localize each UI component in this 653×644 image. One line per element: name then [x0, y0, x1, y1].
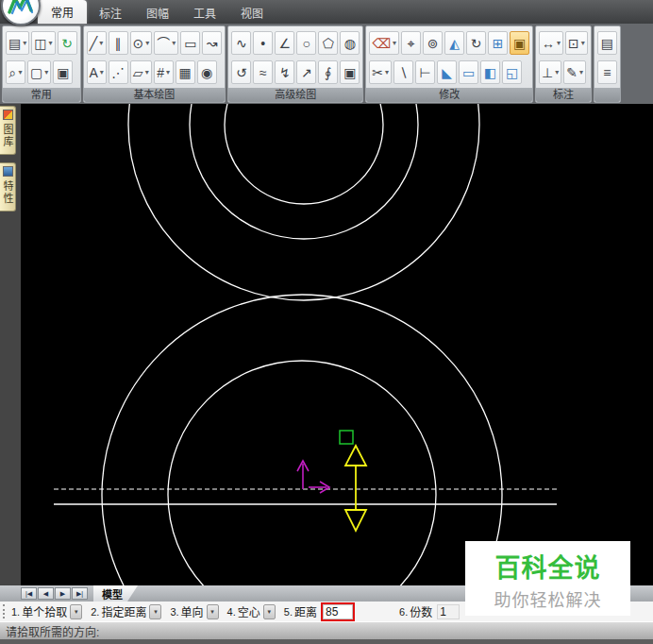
app-logo-icon[interactable] [1, 0, 41, 25]
move-icon: ⌖ [408, 37, 415, 50]
corner-edit-button[interactable]: ◱ [502, 60, 522, 84]
chevron-down-icon[interactable]: ▾ [581, 39, 585, 47]
region-button[interactable]: ◉ [197, 60, 217, 84]
chevron-down-icon[interactable]: ▾ [44, 68, 48, 76]
zoom-button[interactable]: ⌕▾ [6, 60, 25, 84]
option-direction-mode: 3. 单向 ▾ [170, 603, 218, 619]
line-button[interactable]: ╱▾ [87, 31, 107, 55]
stretch-button[interactable]: ▭ [459, 60, 478, 84]
new-document-button[interactable]: ▤▾ [6, 31, 29, 55]
paste-button[interactable]: ◫▾ [31, 31, 55, 55]
text-button[interactable]: A▾ [87, 60, 107, 84]
move-button[interactable]: ⌖ [401, 31, 421, 55]
round-rectangle-button[interactable]: ▱▾ [130, 60, 152, 84]
arrow-button[interactable]: ↗ [296, 60, 316, 84]
display-window-button[interactable]: ▣ [53, 60, 73, 84]
chevron-down-icon[interactable]: ▾ [99, 39, 103, 47]
rotate-button[interactable]: ↻ [466, 31, 486, 55]
tab-sheet[interactable]: 图幅 [134, 2, 181, 24]
tolerance-dimension-button[interactable]: ⊡▾ [565, 31, 588, 55]
chevron-down-icon[interactable]: ▾ [263, 604, 276, 619]
hatch-button[interactable]: ▦ [176, 60, 195, 84]
page-preview-button[interactable]: ▢▾ [27, 60, 51, 84]
first-sheet-button[interactable]: |◀ [21, 587, 37, 600]
toolbar-drag-handle[interactable] [3, 604, 7, 619]
trim-button[interactable]: ✂▾ [369, 60, 392, 84]
offset-button[interactable]: ▣ [510, 31, 529, 55]
chevron-down-icon[interactable]: ▾ [166, 68, 170, 76]
group-label-dimension: 标注 [536, 88, 591, 102]
chevron-down-icon[interactable]: ▾ [145, 68, 149, 76]
tab-dimension[interactable]: 标注 [87, 2, 134, 24]
tab-tools[interactable]: 工具 [181, 2, 228, 24]
ribbon-group-modify: ⌫▾ ⌖ ⊚ ◭ ↻ ⊞ ▣ ✂▾ ∖ ⊢ ◣ ▭ ◧ ◱ 修改 [365, 25, 533, 103]
wave-line-button[interactable]: ≈ [253, 60, 273, 84]
group-label-modify: 修改 [366, 88, 532, 102]
tab-view[interactable]: 视图 [228, 2, 276, 24]
angle-bisector-button[interactable]: ∠ [275, 31, 294, 55]
parallel-line-button[interactable]: ∥ [109, 31, 128, 55]
arc-button[interactable]: ⌒▾ [154, 31, 178, 55]
option-hollow-mode-label[interactable]: 空心 [238, 603, 260, 619]
erase-button[interactable]: ⌫▾ [369, 31, 399, 55]
break-line-button[interactable]: ↯ [275, 60, 294, 84]
point-button[interactable]: • [253, 31, 273, 55]
distance-input[interactable]: 85 [323, 604, 353, 619]
chevron-down-icon[interactable]: ▾ [393, 39, 396, 47]
linear-dimension-button[interactable]: ↔▾ [539, 31, 563, 55]
direction-double-arrow[interactable] [345, 446, 366, 531]
layer-lines-button[interactable]: ≡ [597, 60, 617, 84]
divide-point-button[interactable]: ⋰ [109, 60, 128, 84]
last-sheet-button[interactable]: ▶| [72, 587, 88, 600]
option-direction-mode-label[interactable]: 单向 [181, 603, 204, 619]
bom-table-button[interactable]: ▤ [597, 31, 617, 55]
sidebar-tab-library[interactable]: 图库 [0, 106, 16, 155]
spline-button[interactable]: ∿ [231, 31, 251, 55]
chevron-down-icon[interactable]: ▾ [557, 39, 561, 47]
next-sheet-button[interactable]: ▶ [55, 587, 71, 600]
explode-button[interactable]: ◧ [480, 60, 500, 84]
polyline-button[interactable]: ↝ [202, 31, 222, 55]
break-button[interactable]: ∖ [393, 60, 413, 84]
polygon-button[interactable]: ⬠ [318, 31, 338, 55]
count-input[interactable]: 1 [437, 604, 460, 619]
chevron-down-icon[interactable]: ▾ [70, 604, 82, 619]
tab-common[interactable]: 常用 [38, 0, 87, 24]
mirror-button[interactable]: ◭ [444, 31, 464, 55]
solid-button[interactable]: ▣ [340, 60, 360, 84]
revolve-button[interactable]: ↺ [231, 60, 251, 84]
option-distance-mode-label[interactable]: 指定距离 [101, 603, 146, 619]
model-sheet-tab[interactable]: 模型 [93, 585, 138, 602]
block-button[interactable]: #▾ [154, 60, 174, 84]
contour-button[interactable]: ∮ [318, 60, 338, 84]
rectangle-button[interactable]: ▭ [180, 31, 200, 55]
datum-dimension-button[interactable]: ⊥▾ [539, 60, 561, 84]
chevron-down-icon[interactable]: ▾ [555, 68, 559, 76]
extend-icon: ⊢ [419, 66, 430, 79]
polygon-icon: ⬠ [323, 37, 334, 50]
circle-button[interactable]: ⊙▾ [130, 31, 153, 55]
copy-button[interactable]: ⊚ [423, 31, 443, 55]
ellipse-button[interactable]: ○ [296, 31, 316, 55]
chevron-down-icon[interactable]: ▾ [145, 39, 149, 47]
chevron-down-icon[interactable]: ▾ [23, 39, 26, 47]
sidebar-tab-properties[interactable]: 特性 [0, 162, 16, 212]
extend-button[interactable]: ⊢ [415, 60, 435, 84]
chevron-down-icon[interactable]: ▾ [172, 39, 176, 47]
pick-square-cursor [340, 431, 353, 444]
chevron-down-icon[interactable]: ▾ [18, 68, 22, 76]
drawing-canvas[interactable] [21, 104, 653, 585]
option-pick-mode-label[interactable]: 单个拾取 [22, 603, 67, 619]
edit-dimension-button[interactable]: ✎▾ [563, 60, 586, 84]
chevron-down-icon[interactable]: ▾ [385, 68, 389, 76]
prev-sheet-button[interactable]: ◀ [38, 587, 54, 600]
chevron-down-icon[interactable]: ▾ [100, 68, 104, 76]
chevron-down-icon[interactable]: ▾ [149, 604, 161, 619]
array-button[interactable]: ⊞ [488, 31, 508, 55]
center-circle-button[interactable]: ◍ [340, 31, 360, 55]
chevron-down-icon[interactable]: ▾ [579, 68, 583, 76]
chevron-down-icon[interactable]: ▾ [207, 604, 219, 619]
chevron-down-icon[interactable]: ▾ [48, 39, 52, 47]
scale-button[interactable]: ◣ [437, 60, 457, 84]
refresh-regen-button[interactable]: ↻ [58, 31, 77, 55]
